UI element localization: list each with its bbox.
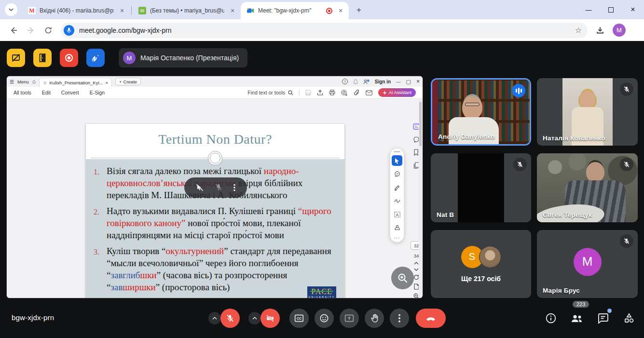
raise-hand-button[interactable] (365, 309, 384, 328)
participants-button[interactable]: 223 (570, 310, 584, 327)
print-icon[interactable] (329, 90, 335, 95)
participant-tile-natalia[interactable]: Наталія Коваленко (537, 78, 638, 146)
acrobat-restore-icon[interactable]: ▢ (406, 79, 411, 85)
captions-button[interactable]: CC (289, 309, 309, 328)
search-icon (288, 90, 293, 95)
reactions-button[interactable] (315, 309, 334, 328)
acrobat-close-icon[interactable]: × (416, 78, 420, 85)
home-icon[interactable]: ⌂ (32, 78, 36, 85)
favorite-star-icon[interactable]: ☆ (43, 80, 47, 85)
participant-tile-yevhen[interactable]: Євген Терещук (537, 153, 638, 222)
mic-toggle-button[interactable] (220, 309, 240, 328)
reload-button[interactable] (41, 23, 55, 38)
leave-call-button[interactable] (416, 309, 446, 328)
document-scrollbar[interactable] (419, 99, 422, 298)
pointer-off-icon[interactable] (196, 184, 204, 191)
list-text: Надто вузькими видавалися П. Кулішеві гр… (107, 205, 332, 241)
freehand-icon (394, 199, 400, 203)
save-icon[interactable] (305, 90, 311, 95)
window-minimize-button[interactable]: — (577, 0, 600, 19)
tab-search-button[interactable] (5, 3, 17, 16)
nav-convert[interactable]: Convert (61, 90, 79, 95)
new-tab-button[interactable]: + (353, 4, 365, 16)
help-icon[interactable]: ? (342, 79, 348, 84)
camera-off-icon (266, 314, 274, 323)
previous-page-icon[interactable] (414, 262, 419, 265)
attachment-icon[interactable] (354, 90, 360, 96)
present-screen-button[interactable] (340, 309, 359, 328)
scrollbar-thumb[interactable] (419, 102, 422, 146)
address-bar[interactable]: meet.google.com/bgw-xjdx-prn ☆ (61, 23, 588, 38)
comment-tool-button[interactable] (392, 169, 402, 179)
list-number: 1. (94, 165, 107, 201)
close-tab-icon[interactable]: × (118, 6, 126, 15)
ai-assistant-button[interactable]: AI Assistant (378, 88, 416, 97)
more-options-button[interactable] (390, 309, 409, 328)
mention-comment-icon[interactable]: @ (341, 90, 348, 96)
window-close-button[interactable]: × (622, 0, 644, 19)
email-icon[interactable] (366, 90, 372, 95)
waiting-to-join-button[interactable] (33, 49, 52, 67)
overflow-participants-tile[interactable]: S Ще 217 осіб (431, 230, 531, 298)
recording-indicator-button[interactable] (60, 49, 78, 67)
pin-off-icon[interactable] (215, 184, 222, 191)
browser-tab-gmail[interactable]: M Вхідні (406) - mariia.brus@pnu. × (22, 2, 130, 19)
acrobat-create-button[interactable]: + Create (115, 78, 141, 85)
nav-esign[interactable]: E-Sign (90, 90, 105, 95)
mic-muted-icon (513, 158, 527, 171)
site-mic-permission-icon[interactable] (64, 25, 74, 36)
chat-button[interactable] (596, 310, 610, 327)
overlay-more-icon[interactable] (233, 184, 235, 191)
next-page-icon[interactable] (414, 268, 419, 271)
participant-tile-natb[interactable]: Nat B (431, 153, 531, 222)
camera-options-button[interactable] (248, 312, 261, 324)
select-tool-button[interactable] (392, 155, 402, 166)
nav-edit[interactable]: Edit (42, 90, 51, 95)
more-tools-button[interactable]: ··· (394, 236, 400, 240)
presenter-chip[interactable]: M Марія Остапенко (Презентація) (119, 48, 247, 68)
meeting-details-button[interactable] (544, 310, 558, 327)
bell-icon[interactable] (353, 79, 358, 84)
fit-page-icon[interactable] (414, 284, 419, 290)
participant-body (449, 117, 499, 146)
draw-tool-button[interactable] (392, 196, 402, 206)
share-upload-icon[interactable] (317, 90, 323, 95)
presentation-paused-button[interactable] (7, 49, 25, 67)
more-vertical-icon (398, 314, 400, 323)
window-maximize-button[interactable] (600, 0, 622, 19)
info-icon (545, 312, 557, 324)
panel-drag-handle[interactable] (394, 151, 400, 152)
annotation-button[interactable] (86, 49, 105, 67)
profile-avatar[interactable]: M (613, 24, 626, 37)
share-people-icon[interactable] (363, 79, 370, 84)
stamp-tool-button[interactable] (392, 223, 402, 233)
close-document-icon[interactable]: × (105, 80, 108, 85)
back-button[interactable] (6, 23, 21, 38)
highlight-tool-button[interactable] (392, 182, 402, 193)
acrobat-document-tab[interactable]: ☆ Kulish_Presentation_Kyi... × (39, 78, 112, 87)
mic-options-button[interactable] (208, 312, 221, 324)
camera-toggle-button[interactable] (260, 309, 280, 328)
nav-all-tools[interactable]: All tools (14, 90, 31, 95)
browser-tab-mail[interactable]: ✉ (Без темы) • mariya_brus@ukr. × (133, 2, 241, 19)
browser-window: M Вхідні (406) - mariia.brus@pnu. × ✉ (Б… (0, 0, 644, 338)
close-tab-icon[interactable]: × (336, 6, 345, 15)
participant-tile-maria[interactable]: M Марія Брус (537, 230, 638, 298)
bookmark-star-icon[interactable]: ☆ (572, 26, 585, 35)
acrobat-minimize-icon[interactable]: — (396, 79, 401, 84)
acrobat-canvas: Tertium Non Datur? 1. Візія сягала далек… (7, 99, 423, 298)
browser-tab-meet[interactable]: Meet: "bgw-xjdx-prn" × (241, 2, 349, 19)
participant-video (458, 153, 504, 222)
find-tools-button[interactable]: Find text or tools (247, 90, 293, 95)
acrobat-menu-label[interactable]: Menu (17, 79, 29, 84)
hamburger-menu-icon[interactable]: ☰ (10, 79, 14, 84)
forward-button[interactable] (24, 23, 38, 38)
downloads-button[interactable] (593, 23, 607, 38)
participant-tile-andriy[interactable]: Andriy Danylenko (431, 78, 531, 146)
content-zoom-button[interactable] (391, 267, 414, 289)
close-tab-icon[interactable]: × (228, 6, 237, 15)
sign-in-button[interactable]: Sign in (375, 79, 391, 84)
activities-button[interactable] (622, 310, 636, 327)
add-text-tool-button[interactable]: A (392, 209, 402, 220)
avatar-photo (479, 246, 501, 268)
